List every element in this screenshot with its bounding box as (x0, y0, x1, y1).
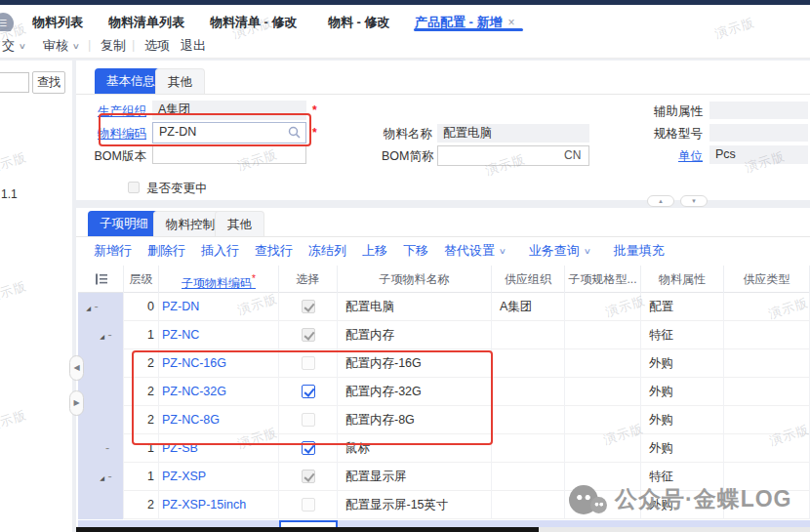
row-checkbox[interactable] (302, 385, 315, 398)
table-row[interactable]: 2PZ-NC-32G配置内存-32G外购 (78, 378, 810, 406)
select-cell[interactable] (279, 321, 338, 349)
column-header[interactable]: 物料属性 (641, 266, 724, 293)
audit-button[interactable]: 审核∨ (43, 37, 79, 55)
grid-toolbar-item[interactable]: 业务查询∨ (529, 242, 590, 260)
horizontal-scrollbar-thumb[interactable] (76, 527, 539, 532)
grid-toolbar-item[interactable]: 查找行 (255, 242, 293, 260)
level-cell: 1 (124, 463, 159, 491)
subitem-code-link[interactable]: PZ-XSP-15inch (159, 491, 279, 519)
table-row[interactable]: -1PZ-SB鼠标外购 (78, 434, 810, 463)
row-checkbox[interactable] (302, 356, 315, 370)
select-cell[interactable] (279, 491, 338, 519)
select-cell[interactable] (279, 293, 338, 321)
grid-toolbar-item[interactable]: 批量填充 (614, 242, 665, 260)
exit-button[interactable]: 退出 (181, 37, 206, 55)
expander-icon[interactable]: ◢ (100, 324, 104, 348)
row-checkbox[interactable] (302, 498, 315, 512)
table-row[interactable]: 2PZ-XSP-15inch配置显示屏-15英寸外购 (78, 491, 810, 519)
row-selector[interactable] (78, 406, 124, 434)
column-header[interactable]: 子项规格型... (565, 266, 641, 293)
grid-toolbar-item[interactable]: 新增行 (94, 242, 132, 260)
collapse-down-icon[interactable]: ▼ (680, 195, 708, 207)
tab-other-detail[interactable]: 其他 (215, 211, 264, 236)
required-asterisk: * (252, 273, 256, 284)
table-row[interactable]: ◢-0PZ-DN配置电脑A集团配置 (78, 293, 810, 321)
row-selector[interactable] (78, 491, 124, 519)
find-button[interactable]: 查找 (32, 71, 65, 94)
column-header[interactable]: 子项物料名称 (338, 266, 492, 293)
subitem-name-cell: 配置内存-8G (338, 406, 492, 434)
table-row[interactable]: 2PZ-NC-8G配置内存-8G外购 (78, 406, 810, 434)
select-cell[interactable] (279, 349, 338, 378)
expander-icon[interactable]: ◢ (100, 466, 104, 490)
row-selector[interactable]: - (78, 434, 124, 463)
material-code-label[interactable]: 物料编码 (88, 126, 146, 143)
collapse-dash-icon[interactable]: - (105, 434, 109, 462)
grid-toolbar-item[interactable]: 上移 (362, 242, 387, 260)
tab-subitem-detail[interactable]: 子项明细 (88, 211, 160, 236)
production-org-label[interactable]: 生产组织 (88, 103, 146, 120)
select-cell[interactable] (279, 406, 338, 434)
collapse-dash-icon[interactable]: - (94, 293, 98, 320)
table-row[interactable]: 2PZ-NC-16G配置内存-16G外购 (78, 349, 810, 378)
tree-search-input[interactable] (0, 72, 29, 93)
row-checkbox[interactable] (302, 441, 315, 455)
grid-toolbar-item[interactable]: 下移 (403, 242, 428, 260)
collapse-dash-icon[interactable]: - (107, 463, 111, 490)
row-selector[interactable] (78, 349, 124, 378)
subitem-code-link[interactable]: PZ-SB (159, 434, 279, 463)
grid-toolbar-item[interactable]: 插入行 (201, 242, 239, 260)
collapse-up-icon[interactable]: ▲ (647, 195, 674, 207)
row-settings-icon[interactable] (78, 266, 124, 293)
subitem-code-link[interactable]: PZ-NC-8G (159, 406, 279, 434)
window-tab-bom-list[interactable]: 物料清单列表 (108, 14, 184, 31)
tab-other-form[interactable]: 其他 (155, 68, 205, 94)
column-header[interactable]: 层级 (124, 266, 159, 293)
change-in-progress-label: 是否变更中 (146, 181, 208, 197)
row-selector[interactable]: ◢- (78, 463, 124, 491)
row-selector[interactable]: ◢- (78, 293, 124, 321)
subitem-code-link[interactable]: PZ-NC-32G (159, 378, 279, 406)
collapse-left-icon[interactable]: ◀ (69, 355, 84, 381)
search-icon[interactable] (288, 126, 301, 139)
options-button[interactable]: 选项 (144, 37, 170, 55)
grid-toolbar-item[interactable]: 冻结列 (308, 242, 346, 260)
expander-icon[interactable]: ◢ (86, 296, 91, 320)
expand-right-icon[interactable]: ▶ (69, 390, 84, 416)
column-header[interactable]: 子项物料编码* (159, 266, 279, 293)
row-checkbox[interactable] (302, 413, 315, 427)
collapse-dash-icon[interactable]: - (107, 321, 111, 348)
change-in-progress-checkbox[interactable] (128, 182, 140, 193)
material-code-input[interactable]: PZ-DN (152, 122, 306, 143)
select-cell[interactable] (279, 463, 338, 491)
unit-label[interactable]: 单位 (652, 148, 703, 165)
subitem-code-link[interactable]: PZ-DN (159, 293, 279, 321)
window-tab-material-list[interactable]: 物料列表 (32, 14, 83, 31)
select-cell[interactable] (279, 378, 338, 406)
column-header[interactable]: 选择 (279, 266, 338, 293)
window-tab-bom-edit[interactable]: 物料清单 - 修改 (210, 14, 298, 31)
subitem-code-link[interactable]: PZ-NC (159, 321, 279, 349)
supply-type-cell (724, 406, 810, 434)
bom-version-input[interactable] (152, 144, 306, 164)
table-row[interactable]: ◢-1PZ-NC配置内存特征 (78, 321, 810, 349)
row-checkbox[interactable] (302, 300, 315, 313)
column-header[interactable]: 供应组织 (492, 266, 565, 293)
grid-toolbar-item[interactable]: 删除行 (147, 242, 185, 260)
select-cell[interactable] (279, 434, 338, 463)
horizontal-scrollbar-track[interactable] (539, 527, 810, 532)
grid-toolbar-item[interactable]: 替代设置∨ (444, 242, 506, 260)
subitem-code-link[interactable]: PZ-NC-16G (159, 349, 279, 378)
tree-item[interactable]: 1.1 (1, 187, 18, 201)
column-header[interactable]: 供应类型 (724, 266, 810, 293)
window-tab-material-edit[interactable]: 物料 - 修改 (328, 14, 390, 31)
close-tab-icon[interactable]: × (508, 16, 515, 29)
row-selector[interactable]: ◢- (78, 321, 124, 349)
row-selector[interactable] (78, 378, 124, 406)
copy-button[interactable]: 复制 (101, 37, 126, 55)
row-checkbox[interactable] (302, 328, 315, 342)
row-checkbox[interactable] (302, 470, 315, 483)
table-row[interactable]: ◢-1PZ-XSP配置显示屏特征 (78, 463, 810, 491)
subitem-code-link[interactable]: PZ-XSP (159, 463, 279, 491)
submit-button[interactable]: 交∨ (2, 37, 25, 55)
